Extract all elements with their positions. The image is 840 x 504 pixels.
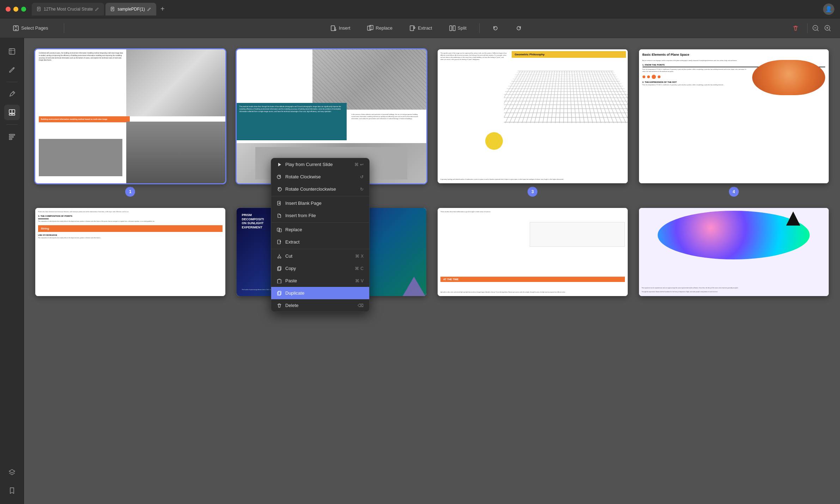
insert-icon [330, 25, 337, 31]
traffic-lights [6, 7, 26, 12]
page-thumbnail-3[interactable]: Geometric Philosophy The specific point … [438, 49, 628, 183]
svg-rect-31 [9, 139, 12, 140]
delete-menu-icon [277, 303, 282, 308]
sidebar-bottom [4, 465, 20, 498]
menu-item-extract[interactable]: Extract [271, 236, 369, 248]
toolbar-left: Select Pages [8, 23, 53, 33]
select-pages-button[interactable]: Select Pages [8, 23, 53, 33]
main-container: Combined with practical cases, the build… [0, 38, 840, 504]
replace-menu-icon [277, 227, 282, 232]
menu-item-copy[interactable]: Copy ⌘C [271, 262, 369, 275]
zoom-out-button[interactable] [812, 24, 820, 32]
page-item-5: Points also have dominant and recessve f… [35, 208, 225, 296]
tab-inactive-1[interactable]: 12The Most Crucial Strate [32, 3, 104, 16]
page-number-4: 4 [729, 187, 739, 197]
delete-button[interactable] [788, 23, 803, 33]
cut-icon [277, 254, 282, 259]
svg-point-39 [280, 257, 281, 258]
svg-rect-29 [9, 134, 15, 135]
page-thumbnail-8[interactable]: This experiment can be repeated over and… [639, 208, 829, 296]
sidebar-divider-1 [6, 82, 18, 82]
sidebar-select-icon[interactable] [4, 44, 20, 59]
svg-rect-14 [453, 26, 455, 31]
menu-item-duplicate[interactable]: Duplicate [271, 287, 369, 299]
page-number-3: 3 [528, 187, 537, 197]
edit-icon-2 [147, 7, 151, 11]
zoom-in-button[interactable] [824, 24, 832, 32]
svg-rect-23 [9, 49, 15, 54]
zoom-out-icon [812, 24, 820, 32]
rotate-left-button[interactable] [488, 23, 503, 33]
split-button[interactable]: Split [445, 23, 471, 33]
menu-item-insert-file[interactable]: Insert from File [271, 209, 369, 222]
left-sidebar [0, 38, 24, 504]
sidebar-edit-icon[interactable] [4, 62, 20, 78]
duplicate-icon [277, 291, 282, 296]
rotate-right-button[interactable] [511, 23, 526, 33]
svg-rect-27 [9, 114, 12, 115]
page-thumbnail-7[interactable]: These studies show that mathematics is g… [438, 208, 628, 296]
svg-rect-28 [12, 114, 15, 115]
play-icon [277, 162, 282, 167]
rotate-left-icon [492, 25, 499, 31]
menu-item-insert-blank[interactable]: Insert Blank Page [271, 197, 369, 209]
insert-file-icon [277, 213, 282, 218]
menu-item-cut[interactable]: Cut ⌘X [271, 250, 369, 262]
insert-button[interactable]: Insert [326, 23, 355, 33]
menu-item-rotate-ccw[interactable]: Rotate Counterclockwise ↻ [271, 183, 369, 195]
titlebar: 12The Most Crucial Strate samplePDF(1) +… [0, 0, 840, 18]
add-tab-button[interactable]: + [158, 4, 168, 14]
minimize-button[interactable] [13, 7, 18, 12]
blank-page-icon [277, 201, 282, 206]
extract-button[interactable]: Extract [405, 23, 436, 33]
tab-active-2[interactable]: samplePDF(1) [105, 3, 156, 16]
toolbar: Select Pages Insert Replace Ext [0, 18, 840, 38]
page-item-4: Basic Elements of Plane Space Any art co… [639, 49, 829, 197]
menu-item-paste[interactable]: Paste ⌘V [271, 275, 369, 287]
menu-item-replace[interactable]: Replace [271, 223, 369, 236]
extract-icon [409, 25, 416, 31]
menu-item-delete[interactable]: Delete ⌫ [271, 299, 369, 312]
menu-item-play[interactable]: Play from Current Slide ⌘↩ [271, 158, 369, 171]
menu-item-rotate-cw[interactable]: Rotate Clockwise ↺ [271, 171, 369, 183]
toolbar-center: Insert Replace Extract Split [75, 23, 777, 33]
svg-rect-12 [410, 26, 414, 31]
menu-divider-3 [271, 249, 369, 249]
sidebar-layers-icon[interactable] [4, 465, 20, 480]
rotate-ccw-icon [277, 187, 282, 192]
page-thumbnail-1[interactable]: Combined with practical cases, the build… [35, 49, 225, 183]
replace-icon [367, 25, 373, 31]
pages-grid: Combined with practical cases, the build… [32, 47, 832, 299]
page-item-1: Combined with practical cases, the build… [35, 49, 225, 197]
replace-button[interactable]: Replace [363, 23, 397, 33]
trash-icon [792, 25, 799, 31]
sidebar-divider-2 [6, 124, 18, 125]
page-item-8: This experiment can be repeated over and… [639, 208, 829, 296]
tab1-label: 12The Most Crucial Strate [44, 7, 93, 12]
pdf-icon [37, 7, 42, 12]
pdf-icon-2 [110, 7, 115, 12]
page-thumbnail-4[interactable]: Basic Elements of Plane Space Any art co… [639, 49, 829, 183]
context-menu: Play from Current Slide ⌘↩ Rotate Clockw… [271, 158, 370, 312]
close-button[interactable] [6, 7, 11, 12]
menu-divider-1 [271, 196, 369, 196]
svg-rect-36 [279, 229, 281, 232]
sidebar-bookmark-icon[interactable] [4, 483, 20, 498]
page-number-1: 1 [125, 187, 135, 197]
page-item-3: Geometric Philosophy The specific point … [438, 49, 628, 197]
zoom-in-icon [824, 24, 832, 32]
svg-rect-9 [331, 26, 335, 31]
content-area[interactable]: Combined with practical cases, the build… [24, 38, 840, 504]
page-item-7: These studies show that mathematics is g… [438, 208, 628, 296]
maximize-button[interactable] [21, 7, 26, 12]
svg-rect-42 [278, 279, 281, 283]
edit-icon [95, 7, 99, 11]
menu-divider-2 [271, 222, 369, 223]
sidebar-annotate-icon[interactable] [4, 86, 20, 102]
sidebar-pages-icon[interactable] [4, 105, 20, 120]
sidebar-organize-icon[interactable] [4, 129, 20, 145]
toolbar-separator-2 [479, 23, 480, 33]
page-thumbnail-5[interactable]: Points also have dominant and recessve f… [35, 208, 225, 296]
toolbar-separator-1 [64, 23, 64, 33]
rotate-right-icon [516, 25, 522, 31]
